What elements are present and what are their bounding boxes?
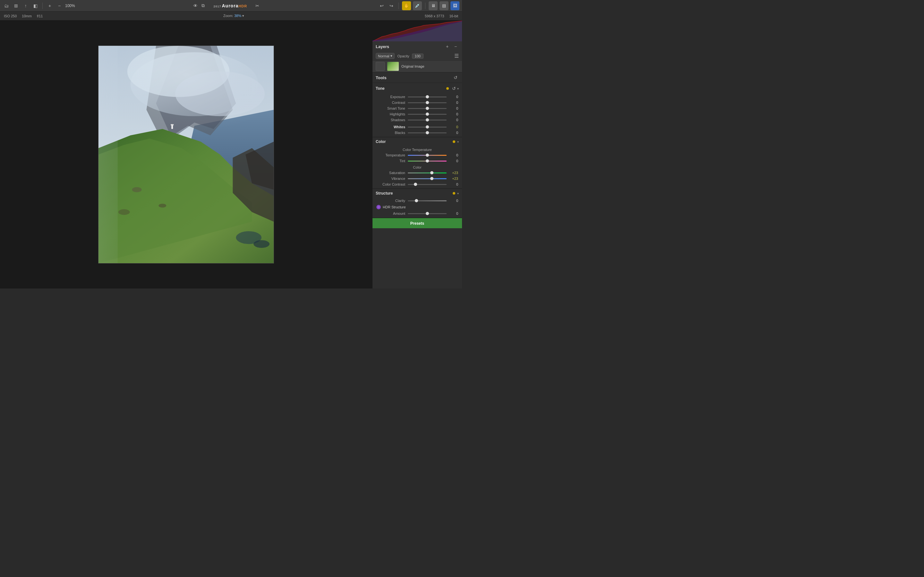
highlights-row: Highlights 0: [373, 111, 462, 117]
canvas-area[interactable]: [0, 21, 372, 288]
hdr-icon: [376, 205, 381, 210]
toolbar-left: 🗂 ⊞ ↑ ◧ + − 100%: [3, 2, 75, 10]
color-contrast-track[interactable]: [408, 184, 447, 185]
highlights-thumb[interactable]: [426, 113, 429, 116]
iso-value: ISO 250: [4, 14, 17, 18]
structure-section: Structure ▾ Clarity 0 HDR Structure: [373, 189, 462, 218]
opacity-value[interactable]: 100: [412, 53, 423, 59]
minus-btn[interactable]: −: [55, 2, 63, 10]
share-icon[interactable]: ↑: [22, 2, 29, 10]
hand-tool-btn[interactable]: ✋: [402, 1, 411, 10]
whites-thumb[interactable]: [426, 125, 429, 129]
toolbar-center: 👁 ⧉ 2017AuroraHDR ✂: [78, 2, 375, 10]
vibrance-value: +23: [449, 177, 458, 181]
image-icon[interactable]: 🖼: [451, 1, 459, 10]
blacks-thumb[interactable]: [426, 131, 429, 134]
tone-collapse[interactable]: ▾: [457, 87, 459, 90]
main-area: Layers + − Normal ▾ Opacity 100 ☰: [0, 21, 462, 288]
layers-minus-btn[interactable]: −: [452, 43, 459, 50]
zoom-selector[interactable]: 38%: [234, 14, 241, 18]
temperature-track[interactable]: [408, 155, 447, 156]
shadows-track[interactable]: [408, 119, 447, 121]
logo-year: 2017: [213, 5, 221, 8]
clarity-label: Clarity: [376, 199, 405, 203]
layer-item[interactable]: Original Image: [373, 60, 462, 72]
clarity-thumb[interactable]: [415, 199, 418, 202]
right-panel: Layers + − Normal ▾ Opacity 100 ☰: [372, 21, 462, 288]
saturation-label: Saturation: [376, 171, 405, 175]
color-dot: [453, 140, 455, 143]
temperature-label: Temperature: [376, 153, 405, 157]
layers-add-btn[interactable]: +: [444, 43, 451, 50]
exposure-thumb[interactable]: [426, 95, 429, 98]
image-dimensions: 5968 x 3773: [425, 14, 444, 18]
structure-collapse[interactable]: ▾: [457, 192, 459, 195]
blend-mode-select[interactable]: Normal ▾: [376, 53, 395, 59]
layer-mask: [376, 62, 384, 71]
smart-tone-track[interactable]: [408, 108, 447, 109]
tools-refresh-btn[interactable]: ↺: [452, 74, 459, 81]
structure-header[interactable]: Structure ▾: [373, 189, 462, 198]
exposure-row: Exposure 0: [373, 94, 462, 100]
plus-btn[interactable]: +: [46, 2, 53, 10]
svg-rect-19: [99, 46, 118, 263]
presets-bar[interactable]: Presets: [373, 218, 462, 228]
tone-header[interactable]: Tone ↺ ▾: [373, 83, 462, 94]
color-collapse[interactable]: ▾: [457, 140, 459, 143]
layer-icon[interactable]: ▤: [439, 1, 449, 10]
monitor-icon[interactable]: 🖥: [429, 1, 438, 10]
svg-point-16: [118, 209, 130, 215]
svg-point-14: [132, 187, 142, 192]
tone-refresh[interactable]: ↺: [451, 85, 457, 92]
tools-title: Tools: [376, 75, 387, 80]
presets-label: Presets: [410, 221, 424, 226]
contrast-thumb[interactable]: [426, 101, 429, 104]
saturation-track[interactable]: [408, 172, 447, 173]
color-contrast-label: Color Contrast: [376, 182, 405, 186]
folder-icon[interactable]: 🗂: [3, 2, 10, 10]
shadows-thumb[interactable]: [426, 118, 429, 121]
exposure-track[interactable]: [408, 97, 447, 97]
undo-icon[interactable]: ↩: [378, 2, 386, 10]
blacks-track[interactable]: [408, 132, 447, 133]
whites-track[interactable]: [408, 127, 447, 127]
exposure-label: Exposure: [376, 95, 405, 99]
eyedropper-btn[interactable]: 💉: [413, 1, 422, 10]
eye-icon[interactable]: 👁: [192, 2, 199, 10]
saturation-thumb[interactable]: [430, 171, 433, 174]
vibrance-track[interactable]: [408, 178, 447, 179]
highlights-label: Highlights: [376, 112, 405, 116]
vibrance-thumb[interactable]: [430, 177, 433, 180]
highlights-track[interactable]: [408, 114, 447, 115]
whites-value: 0: [449, 125, 458, 129]
photo-svg: [99, 46, 274, 263]
tools-header: Tools ↺: [373, 73, 462, 83]
zoom-level: 100%: [65, 3, 75, 8]
cut-icon[interactable]: ✂: [254, 2, 261, 10]
vibrance-row: Vibrance +23: [373, 176, 462, 181]
tint-thumb[interactable]: [426, 159, 429, 163]
info-bar: ISO 250 10mm f/11 Zoom: 38% ▾ 5968 x 377…: [0, 11, 462, 21]
smart-tone-thumb[interactable]: [426, 107, 429, 110]
tint-track[interactable]: [408, 161, 447, 161]
layer-menu-btn[interactable]: ☰: [454, 53, 459, 59]
main-toolbar: 🗂 ⊞ ↑ ◧ + − 100% 👁 ⧉ 2017AuroraHDR ✂ ↩ ↪…: [0, 0, 462, 11]
photo-container: [98, 45, 274, 263]
focal-length: 10mm: [22, 14, 32, 18]
grid-icon[interactable]: ⊞: [12, 2, 20, 10]
image-info: 5968 x 3773 16-bit: [425, 14, 458, 18]
clarity-track[interactable]: [408, 200, 447, 201]
amount-thumb[interactable]: [426, 212, 429, 215]
split-icon[interactable]: ⧉: [199, 2, 207, 10]
amount-track[interactable]: [408, 213, 447, 214]
color-contrast-thumb[interactable]: [414, 183, 417, 186]
layers-icon[interactable]: ◧: [31, 2, 39, 10]
amount-label: Amount: [376, 211, 405, 215]
contrast-track[interactable]: [408, 102, 447, 103]
color-header[interactable]: Color ▾: [373, 137, 462, 146]
redo-icon[interactable]: ↪: [388, 2, 395, 10]
temperature-thumb[interactable]: [426, 153, 429, 157]
shadows-label: Shadows: [376, 118, 405, 122]
color-contrast-value: 0: [449, 182, 458, 186]
chevron-down-icon: ▾: [391, 54, 393, 58]
